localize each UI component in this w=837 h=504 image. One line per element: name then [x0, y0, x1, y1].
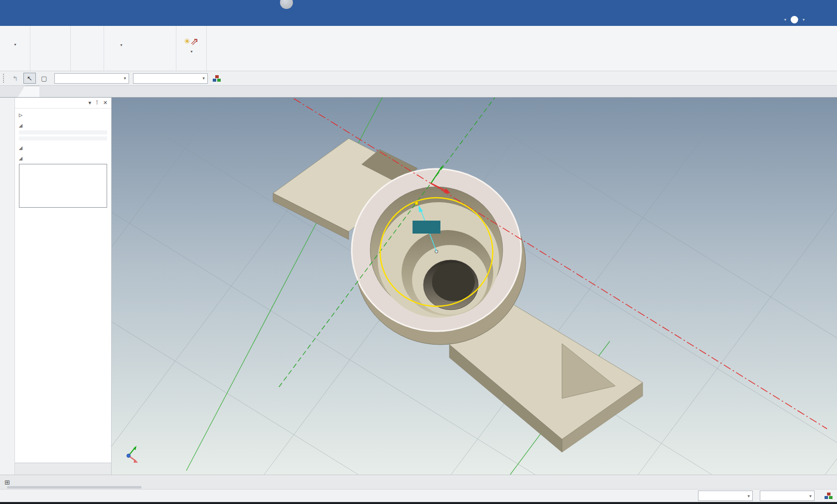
drawing-buttons	[31, 27, 69, 60]
expanded-arrow-icon: ◢	[19, 145, 23, 150]
finish-button[interactable]: ▾	[1, 27, 29, 63]
ribbon: ▾ ▾	[0, 26, 837, 71]
ribbon-group-sketch: ▾	[0, 26, 30, 71]
marquee-icon: ▢	[41, 75, 47, 82]
application-window: ▾ ▾ ▾	[0, 0, 837, 504]
ribbon-group-constraints: ▾	[104, 26, 176, 71]
status-hierarchy-icon[interactable]	[825, 493, 833, 499]
collapsed-arrow-icon: ▷	[19, 113, 23, 118]
section-constraints[interactable]: ◢	[15, 152, 111, 162]
panel-header: ▾ ⊺ ✕	[15, 98, 111, 109]
status-style-combo[interactable]: ▾	[760, 491, 815, 501]
actions-row-2	[19, 136, 107, 140]
smart-dimension-caret-icon: ▾	[120, 43, 122, 47]
available-constraints-box	[19, 164, 107, 208]
dimension-value-box[interactable]	[413, 221, 440, 234]
expanded-arrow-icon: ◢	[19, 123, 23, 128]
combo-caret-icon: ▾	[202, 76, 205, 81]
group-label-constraints	[105, 63, 175, 71]
triad-z-dot	[127, 454, 131, 458]
panel-chevron-icon[interactable]: ▾	[89, 100, 92, 106]
expanded-arrow-icon: ◢	[19, 156, 23, 161]
ribbon-help-icon[interactable]	[791, 16, 798, 23]
combo-caret-icon: ▾	[809, 494, 812, 499]
style-combo[interactable]: ▾	[133, 73, 208, 84]
catalog-grid-icon: ⊞	[4, 479, 10, 486]
panel-pin-icon[interactable]: ⊺	[96, 100, 99, 106]
actions-row-1	[19, 130, 107, 134]
panel-close-icon[interactable]: ✕	[103, 100, 108, 106]
toolbar-grip[interactable]	[3, 74, 5, 83]
hierarchy-icon[interactable]	[213, 75, 221, 82]
properties-panel: ▾ ⊺ ✕ ▷ ◢ ◢ ◢	[15, 98, 112, 475]
help-caret-icon[interactable]: ▾	[803, 17, 805, 22]
finish-caret-icon: ▾	[14, 41, 16, 48]
smart-dimension-button[interactable]: ▾	[105, 27, 137, 63]
document-tab-scene1[interactable]	[18, 86, 39, 97]
constraint-buttons	[137, 27, 175, 60]
ribbon-right-controls: ▾ ▾	[780, 13, 837, 26]
available-constraints-header	[22, 166, 104, 169]
pointer-return-button[interactable]: ↰	[9, 73, 21, 84]
status-bar: ▾ ▾	[0, 489, 837, 502]
document-tab-strip	[0, 86, 837, 98]
display-button[interactable]: ✳⇗ ▾	[177, 27, 205, 63]
viewport[interactable]	[112, 98, 837, 475]
section-actions[interactable]: ◢	[15, 119, 111, 129]
group-label-drawing	[31, 63, 69, 71]
cursor-icon: ↖	[27, 75, 32, 82]
title-bar	[0, 0, 837, 13]
display-arrow-icon: ⇗	[190, 36, 199, 47]
display-caret-icon: ▾	[190, 48, 192, 55]
group-label-sketch	[1, 63, 29, 71]
display-icon: ✳⇗	[184, 34, 198, 48]
marquee-select-button[interactable]: ▢	[38, 73, 50, 84]
combo-caret-icon: ▾	[124, 76, 126, 81]
group-label-modify	[72, 63, 103, 71]
tabstrip-overflow-icon[interactable]	[827, 95, 837, 97]
window-bottom-edge	[0, 502, 837, 504]
smart-dimension-label-2: ▾	[120, 41, 122, 49]
ribbon-group-drawing	[30, 26, 71, 71]
main-area: ▾ ⊺ ✕ ▷ ◢ ◢ ◢	[0, 98, 837, 475]
section-message[interactable]: ▷	[15, 109, 111, 119]
modify-buttons	[72, 27, 103, 60]
display-star-icon: ✳	[184, 37, 190, 45]
catalog-scrollbar[interactable]	[7, 486, 141, 489]
group-label-display	[177, 63, 205, 71]
sketch-point-handle[interactable]	[415, 202, 418, 205]
ribbon-tab-row: ▾ ▾	[0, 13, 837, 26]
ribbon-group-modify	[71, 26, 104, 71]
return-arrow-icon: ↰	[12, 75, 18, 82]
combo-caret-icon: ▾	[747, 494, 750, 499]
status-filter-combo[interactable]: ▾	[698, 491, 753, 501]
viewport-canvas[interactable]	[112, 98, 837, 475]
styles-caret-icon[interactable]: ▾	[784, 17, 786, 22]
ribbon-group-display: ✳⇗ ▾	[176, 26, 207, 71]
panel-bottom-tabs	[15, 463, 111, 475]
recording-dot	[280, 0, 293, 9]
center-hole[interactable]	[432, 262, 475, 301]
left-tool-strip	[0, 98, 15, 475]
select-cursor-button[interactable]: ↖	[23, 73, 36, 84]
selection-filter-combo[interactable]: ▾	[54, 73, 129, 84]
selection-toolbar: ↰ ↖ ▢ ▾ ▾	[0, 71, 837, 86]
catalog-browser-bar[interactable]: ⊞	[0, 475, 837, 489]
section-property[interactable]: ◢	[15, 141, 111, 152]
